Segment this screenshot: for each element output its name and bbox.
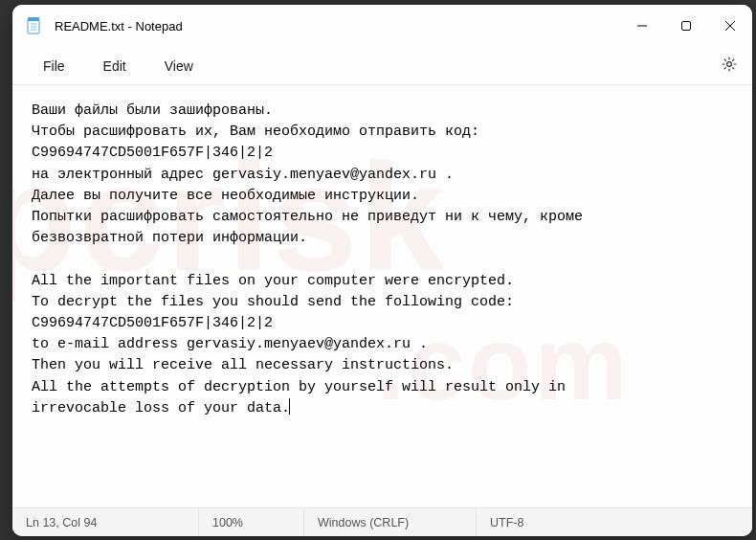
gear-icon [721,56,738,77]
notepad-window: README.txt - Notepad File Edit View [12,5,752,536]
text-editor[interactable]: Ваши файлы были зашифрованы. Чтобы расши… [12,85,752,507]
settings-button[interactable] [710,50,748,82]
document-text: Ваши файлы были зашифрованы. Чтобы расши… [32,102,583,416]
close-button[interactable] [708,5,752,47]
statusbar: Ln 13, Col 94 100% Windows (CRLF) UTF-8 [12,507,752,536]
svg-rect-6 [682,22,691,31]
notepad-icon [26,16,41,35]
menu-view[interactable]: View [145,53,212,79]
svg-rect-1 [28,17,39,21]
status-zoom[interactable]: 100% [199,508,304,536]
menu-file[interactable]: File [24,53,84,79]
status-line-ending[interactable]: Windows (CRLF) [304,508,477,536]
window-controls [620,5,752,47]
menubar: File Edit View [12,47,752,85]
maximize-button[interactable] [664,5,708,47]
menu-edit[interactable]: Edit [84,53,145,79]
minimize-button[interactable] [620,5,664,47]
text-caret [289,398,290,415]
titlebar[interactable]: README.txt - Notepad [12,5,752,47]
status-encoding[interactable]: UTF-8 [477,508,752,536]
svg-point-9 [727,61,732,66]
window-title: README.txt - Notepad [55,19,620,34]
status-cursor-position[interactable]: Ln 13, Col 94 [12,508,199,536]
